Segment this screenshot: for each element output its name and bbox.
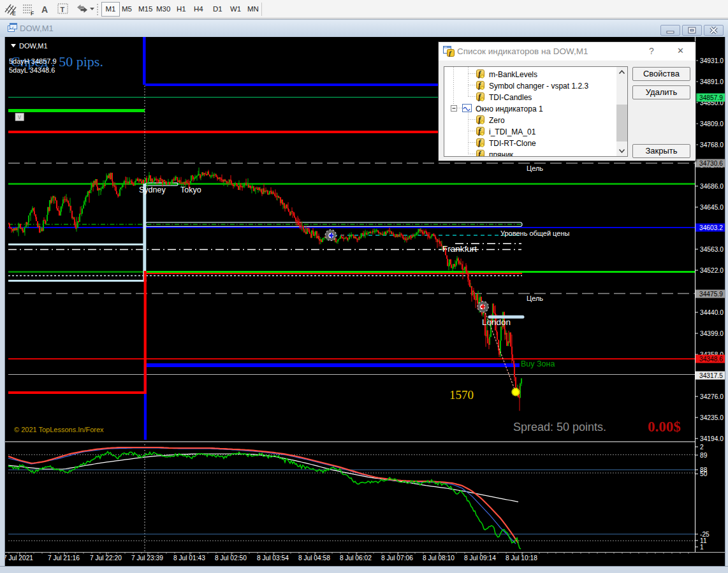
svg-text:8 Jul 07:06: 8 Jul 07:06	[381, 555, 413, 562]
svg-text:Spread: 50 points.: Spread: 50 points.	[513, 421, 606, 433]
svg-text:Цель: Цель	[527, 164, 543, 172]
svg-text:m-BankLevels: m-BankLevels	[489, 70, 537, 79]
svg-text:8 Jul 04:58: 8 Jul 04:58	[298, 555, 330, 562]
svg-text:7 Jul 21:16: 7 Jul 21:16	[48, 555, 80, 562]
svg-text:34475.9: 34475.9	[699, 291, 723, 298]
svg-text:i_TDI_MA_01: i_TDI_MA_01	[489, 127, 536, 136]
svg-text:34563.0: 34563.0	[700, 246, 724, 253]
svg-text:34235.0: 34235.0	[700, 414, 724, 421]
svg-text:34891.0: 34891.0	[700, 78, 724, 85]
svg-text:7 Jul 22:20: 7 Jul 22:20	[90, 555, 122, 562]
svg-text:34730.6: 34730.6	[699, 160, 723, 167]
svg-text:34522.0: 34522.0	[700, 267, 724, 274]
svg-text:T: T	[61, 6, 65, 13]
svg-text:Buy Зона: Buy Зона	[521, 359, 555, 368]
svg-text:8 Jul 06:02: 8 Jul 06:02	[340, 555, 372, 562]
svg-text:F: F	[31, 10, 34, 17]
svg-text:E: E	[12, 10, 16, 17]
svg-text:34931.0: 34931.0	[700, 57, 724, 64]
svg-text:8 Jul 09:14: 8 Jul 09:14	[464, 555, 496, 562]
svg-text:Symbol changer - vspat 1.2.3: Symbol changer - vspat 1.2.3	[489, 82, 588, 91]
svg-text:Окно индикатора 1: Окно индикатора 1	[476, 105, 543, 113]
svg-text:34809.0: 34809.0	[700, 120, 724, 127]
svg-text:7 Jul 23:39: 7 Jul 23:39	[131, 555, 163, 562]
svg-text:34645.0: 34645.0	[700, 204, 724, 211]
svg-text:50: 50	[700, 470, 708, 477]
svg-text:8 Jul 02:50: 8 Jul 02:50	[215, 555, 247, 562]
svg-text:Уровень общей цены: Уровень общей цены	[500, 229, 569, 237]
svg-text:1570: 1570	[449, 388, 474, 402]
svg-text:0.00$: 0.00$	[648, 419, 681, 435]
svg-text:Sydney: Sydney	[139, 185, 166, 194]
svg-text:34686.0: 34686.0	[700, 183, 724, 190]
svg-text:DOW,M1: DOW,M1	[19, 42, 48, 50]
svg-text:2: 2	[700, 444, 704, 451]
svg-text:34348.6: 34348.6	[699, 356, 723, 363]
svg-text:8 Jul 08:10: 8 Jul 08:10	[423, 555, 455, 562]
svg-text:TDI-RT-Clone: TDI-RT-Clone	[489, 139, 536, 148]
svg-text:34317.5: 34317.5	[699, 372, 723, 379]
svg-text:34276.0: 34276.0	[700, 393, 724, 400]
svg-text:Zero: Zero	[489, 116, 505, 125]
svg-text:Frankfurt: Frankfurt	[442, 244, 477, 254]
svg-text:8 Jul 01:43: 8 Jul 01:43	[173, 555, 205, 562]
svg-text:v: v	[18, 113, 21, 120]
svg-text:© 2021 TopLessons.In/Forex: © 2021 TopLessons.In/Forex	[14, 426, 104, 433]
svg-text:89: 89	[700, 452, 708, 459]
svg-text:34768.0: 34768.0	[700, 141, 724, 149]
svg-text:5dayH 34857.9: 5dayH 34857.9	[9, 57, 57, 65]
svg-text:5dayL 34348.6: 5dayL 34348.6	[9, 66, 55, 74]
svg-text:8 Jul 03:54: 8 Jul 03:54	[257, 555, 289, 562]
svg-text:TDI-Candles: TDI-Candles	[489, 93, 532, 102]
svg-text:1: 1	[700, 544, 704, 551]
svg-text:Tokyo: Tokyo	[180, 185, 201, 194]
svg-text:Цель: Цель	[527, 294, 543, 302]
svg-text:34440.0: 34440.0	[700, 309, 724, 316]
svg-text:8 Jul 10:18: 8 Jul 10:18	[506, 555, 537, 562]
svg-text:пряник: пряник	[489, 150, 514, 157]
svg-text:34194.0: 34194.0	[700, 435, 724, 442]
svg-text:34603.2: 34603.2	[699, 224, 723, 231]
svg-text:7 Jul 2021: 7 Jul 2021	[5, 555, 33, 562]
svg-text:34399.0: 34399.0	[700, 330, 724, 337]
svg-text:A: A	[41, 4, 48, 15]
svg-text:London: London	[482, 317, 511, 327]
svg-text:34857.9: 34857.9	[699, 94, 723, 101]
